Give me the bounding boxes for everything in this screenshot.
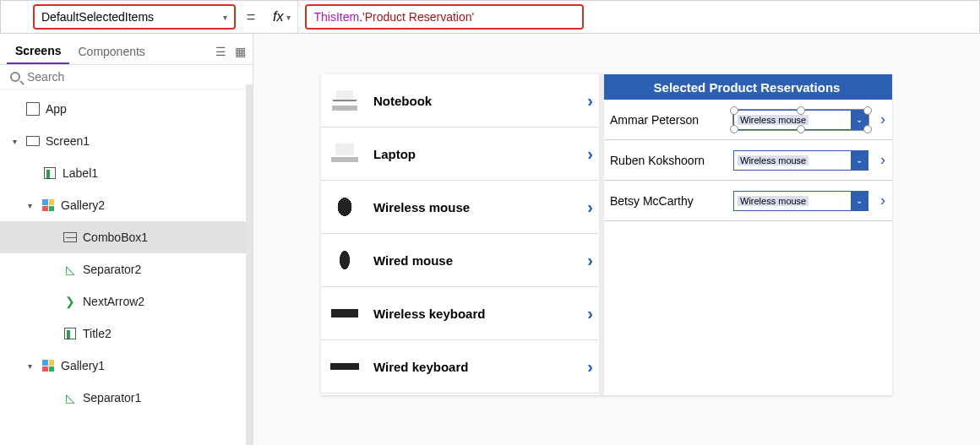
tree-node-nextarrow2[interactable]: ❯ NextArrow2 (0, 285, 253, 317)
search-input[interactable] (27, 70, 242, 84)
product-name: Wireless mouse (373, 200, 470, 214)
tree-node-app[interactable]: App (0, 93, 253, 125)
tree-node-separator2[interactable]: ◺ Separator2 (0, 253, 253, 285)
tree-node-label: Gallery2 (61, 198, 105, 212)
chevron-right-icon[interactable]: › (587, 198, 593, 217)
chevron-right-icon[interactable]: › (875, 192, 890, 209)
chevron-right-icon[interactable]: › (587, 304, 593, 323)
product-row[interactable]: Wired keyboard› (321, 340, 602, 393)
tree-node-label: Gallery1 (61, 359, 105, 372)
tree-node-label: App (46, 102, 67, 116)
tree-node-combobox1[interactable]: ComboBox1 (0, 221, 253, 253)
combobox-value: Wireless mouse (738, 155, 808, 166)
collapse-icon[interactable]: ▾ (8, 137, 20, 146)
tree-node-gallery1[interactable]: ▾ Gallery1 (0, 350, 253, 382)
product-name: Notebook (373, 94, 432, 108)
product-name: Laptop (373, 147, 416, 161)
separator-icon: ◺ (63, 390, 78, 405)
chevron-right-icon[interactable]: › (587, 91, 593, 111)
tree-list-icon[interactable]: ☰ (215, 45, 226, 58)
product-image (329, 89, 360, 112)
tree-grid-icon[interactable]: ▦ (235, 45, 246, 58)
reservations-header: Selected Product Reservations (602, 74, 892, 100)
tree-node-label1[interactable]: Label1 (0, 157, 253, 189)
reservation-row: Ruben KokshoornWireless mouse⌄› (602, 140, 892, 181)
app-frame: Notebook›Laptop›Wireless mouse›Wired mou… (321, 74, 892, 395)
reservation-name: Betsy McCarthy (610, 194, 727, 208)
canvas-area[interactable]: Notebook›Laptop›Wireless mouse›Wired mou… (253, 34, 980, 445)
tree-node-label: Title2 (83, 327, 112, 340)
fx-icon: fx (273, 9, 283, 24)
tree-node-screen1[interactable]: ▾ Screen1 (0, 125, 253, 157)
product-image (329, 142, 360, 166)
tree-node-label: Separator2 (83, 263, 141, 276)
gallery-products: Notebook›Laptop›Wireless mouse›Wired mou… (321, 74, 602, 395)
formula-token-string: 'Product Reservation' (362, 10, 474, 24)
chevron-down-icon: ▾ (223, 13, 227, 22)
product-row[interactable]: Wireless mouse› (321, 181, 602, 234)
product-row[interactable]: Notebook› (321, 74, 602, 128)
formula-token-thisitem: ThisItem (313, 10, 359, 24)
combobox-value: Wireless mouse (738, 115, 808, 125)
combobox[interactable]: Wireless mouse⌄ (733, 150, 868, 171)
chevron-down-icon[interactable]: ⌄ (851, 192, 868, 210)
reservation-row: Ammar PetersonWireless mouse⌄› (602, 100, 892, 140)
tree-view: App ▾ Screen1 Label1 ▾ Gallery2 ComboBox… (0, 90, 253, 445)
chevron-right-icon[interactable]: › (587, 357, 593, 377)
product-row[interactable]: Laptop› (321, 128, 602, 181)
tree-node-label: NextArrow2 (83, 295, 144, 308)
tree-node-gallery2[interactable]: ▾ Gallery2 (0, 189, 253, 221)
product-image (329, 301, 360, 325)
fx-button[interactable]: fx ▾ (266, 1, 298, 33)
separator-icon: ◺ (63, 262, 78, 277)
formula-bar: DefaultSelectedItems ▾ = fx ▾ ThisItem.'… (0, 0, 980, 34)
chevron-right-icon[interactable]: › (875, 111, 890, 128)
product-image (329, 248, 360, 272)
product-name: Wired mouse (373, 253, 453, 268)
combobox[interactable]: Wireless mouse⌄ (733, 191, 868, 211)
chevron-down-icon: ▾ (286, 13, 291, 22)
search-icon (10, 72, 20, 82)
reservation-row: Betsy McCarthyWireless mouse⌄› (602, 181, 892, 221)
product-name: Wireless keyboard (373, 307, 485, 321)
tab-components[interactable]: Components (69, 40, 153, 63)
product-image (329, 355, 360, 378)
arrow-icon: ❯ (63, 294, 78, 309)
chevron-right-icon[interactable]: › (587, 144, 593, 164)
tree-node-label: Screen1 (46, 134, 90, 148)
formula-input[interactable]: ThisItem.'Product Reservation' (305, 4, 584, 30)
combobox[interactable]: Wireless mouse⌄ (733, 110, 868, 130)
tab-screens[interactable]: Screens (7, 39, 69, 64)
property-dropdown-value: DefaultSelectedItems (41, 10, 154, 24)
reservation-name: Ruben Kokshoorn (610, 154, 727, 167)
chevron-right-icon[interactable]: › (587, 251, 593, 270)
product-name: Wired keyboard (373, 360, 468, 374)
product-image (329, 195, 360, 219)
chevron-down-icon[interactable]: ⌄ (851, 151, 868, 170)
reservation-name: Ammar Peterson (610, 113, 727, 127)
tree-view-panel: Screens Components ☰ ▦ App ▾ Screen1 (0, 34, 253, 445)
chevron-right-icon[interactable]: › (875, 151, 890, 169)
tree-node-label: ComboBox1 (83, 231, 148, 244)
tree-node-label: Label1 (63, 166, 98, 180)
collapse-icon[interactable]: ▾ (24, 201, 35, 210)
tree-node-label: Separator1 (83, 391, 141, 404)
property-dropdown[interactable]: DefaultSelectedItems ▾ (33, 4, 236, 30)
equals-label: = (242, 8, 259, 26)
tree-node-title2[interactable]: Title2 (0, 317, 253, 350)
combobox-value: Wireless mouse (738, 196, 808, 206)
gallery-reservations: Selected Product Reservations Ammar Pete… (602, 74, 892, 395)
collapse-icon[interactable]: ▾ (24, 361, 35, 371)
product-row[interactable]: Wireless keyboard› (321, 287, 602, 340)
tree-node-separator1[interactable]: ◺ Separator1 (0, 382, 253, 414)
product-row[interactable]: Wired mouse› (321, 234, 602, 287)
